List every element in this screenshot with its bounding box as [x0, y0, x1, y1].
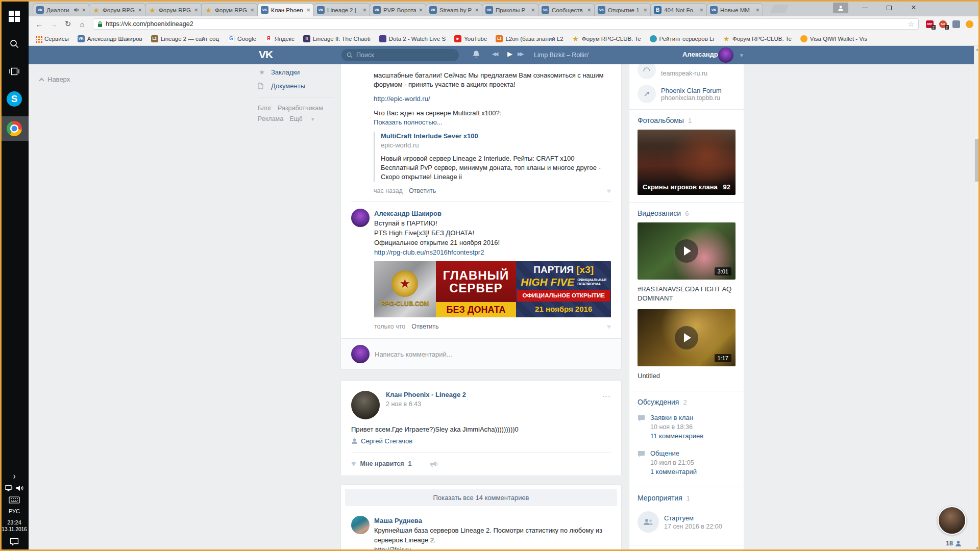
network-icon[interactable] — [5, 485, 13, 492]
window-maximize-button[interactable] — [878, 0, 900, 15]
show-all-comments-button[interactable]: Показать все 14 комментариев — [345, 489, 617, 506]
header-user-name[interactable]: Александр — [682, 51, 718, 58]
discussion-topic[interactable]: Заявки в клан 10 ноя в 18:36 11 коммента… — [638, 411, 736, 447]
tab-close-icon[interactable]: × — [587, 7, 591, 13]
browser-tab[interactable]: Форум RPG × — [145, 3, 202, 16]
bookmark-item[interactable]: Lineage II: The Chaoti — [303, 35, 371, 42]
extension-button[interactable] — [949, 18, 963, 30]
contacts-module-header[interactable]: Контакты2 — [638, 545, 736, 551]
vk-logo[interactable]: VK — [259, 48, 273, 61]
forward-button[interactable]: → — [47, 18, 60, 30]
window-minimize-button[interactable] — [853, 0, 876, 15]
extension-button[interactable] — [963, 18, 976, 30]
events-module-header[interactable]: Мероприятия1 — [638, 487, 736, 507]
taskbar-search-button[interactable] — [0, 34, 29, 54]
post-author[interactable]: Клан Phoenix - Lineage 2 — [386, 388, 466, 398]
player-play-button[interactable]: ▶ — [507, 50, 512, 58]
footer-link-blog[interactable]: Блог — [258, 105, 272, 112]
topic-comments-count[interactable]: 11 комментариев — [650, 432, 703, 441]
nav-item-bookmarks[interactable]: ★ Закладки — [258, 65, 339, 79]
tab-close-icon[interactable]: × — [250, 7, 254, 13]
bookmark-item[interactable]: L2on (база знаний L2 — [496, 35, 563, 42]
tab-close-icon[interactable]: × — [475, 7, 479, 13]
reply-link[interactable]: Ответить — [411, 322, 438, 332]
footer-link-developers[interactable]: Разработчикам — [278, 105, 323, 112]
browser-tab[interactable]: Приколы Р × — [482, 3, 538, 16]
group-avatar[interactable] — [351, 391, 380, 419]
post-date[interactable]: 2 ноя в 6:43 — [386, 400, 466, 408]
like-heart-icon[interactable]: ♥ — [607, 186, 611, 195]
post-menu-button[interactable]: ... — [602, 391, 611, 419]
comment-author[interactable]: Александр Шакиров — [374, 210, 442, 217]
bookmark-item[interactable]: Рейтинг серверов Li — [650, 35, 714, 42]
home-button[interactable]: ⌂ — [76, 18, 89, 30]
topic-title[interactable]: Заявки в клан — [650, 413, 703, 422]
bookmark-item[interactable]: Visa QIWI Wallet - Vis — [800, 35, 867, 42]
expand-post-link[interactable]: Показать полностью... — [374, 118, 443, 126]
sidebar-link-teamspeak[interactable]: teamspeak-ru.ru — [638, 64, 736, 81]
browser-profile-button[interactable] — [833, 3, 848, 13]
tab-close-icon[interactable]: × — [755, 7, 760, 13]
bookmark-star-icon[interactable]: ☆ — [908, 20, 914, 28]
topics-module-header[interactable]: Обсуждения2 — [638, 391, 736, 411]
avatar[interactable] — [351, 516, 370, 534]
photo-album-thumbnail[interactable]: Скрины игроков клана 92 — [638, 130, 736, 195]
post-signer-link[interactable]: Сергей Стегачов — [361, 437, 412, 445]
bookmark-item[interactable]: Lineage 2 — сайт соц — [151, 35, 219, 42]
action-center-icon[interactable] — [10, 538, 19, 546]
browser-tab[interactable]: PVP-Ворота × — [370, 3, 426, 16]
browser-tab[interactable]: Stream by P × — [426, 3, 482, 16]
video-thumbnail[interactable]: 1:17 — [638, 309, 736, 366]
scroll-up-arrow[interactable]: ▲ — [974, 46, 980, 52]
videos-module-header[interactable]: Видеозаписи6 — [638, 203, 736, 222]
bookmark-item[interactable]: Dota 2 - Watch Live S — [379, 35, 446, 42]
comment-input[interactable]: Написать комментарий... — [341, 338, 621, 369]
event-title[interactable]: Стартуем — [664, 514, 722, 522]
event-item[interactable]: Стартуем 17 сен 2016 в 22:00 — [638, 507, 736, 541]
video-title[interactable]: Untitled — [638, 370, 736, 387]
footer-link-more[interactable]: Ещё ▼ — [289, 115, 321, 122]
language-indicator[interactable]: РУС — [9, 508, 20, 514]
browser-tab[interactable]: Форум RPG × — [89, 3, 145, 16]
bookmark-item[interactable]: Александр Шакиров — [78, 35, 142, 42]
tab-close-icon[interactable]: × — [194, 7, 198, 13]
window-close-button[interactable]: × — [902, 0, 925, 15]
footer-link-ads[interactable]: Реклама — [258, 115, 283, 122]
tab-close-icon[interactable]: × — [138, 7, 142, 13]
new-tab-button[interactable] — [770, 5, 789, 13]
address-bar[interactable]: https://vk.com/phoenixlineage2 ☆ — [93, 18, 919, 30]
floating-chat-avatar[interactable] — [938, 506, 966, 535]
start-button[interactable] — [0, 6, 29, 27]
bookmark-item[interactable]: Форум RPG-CLUB. Te — [572, 35, 641, 42]
touch-keyboard-icon[interactable] — [9, 496, 20, 504]
rpg-club-banner-image[interactable]: ★ RPG-CLUB.COM ГЛАВНЫЙСЕРВЕР БЕЗ ДОНАТА … — [374, 261, 611, 317]
back-to-top-link[interactable]: Наверх — [40, 76, 70, 83]
sidebar-link-forum[interactable]: ↗ Phoenix Clan Forum phoenixclan.topbb.r… — [638, 81, 736, 105]
extension-button[interactable]: 2 — [923, 18, 936, 30]
tab-close-icon[interactable]: × — [531, 7, 535, 13]
header-user-avatar[interactable] — [718, 47, 733, 63]
photos-module-header[interactable]: Фотоальбомы1 — [638, 110, 736, 130]
volume-icon[interactable] — [16, 485, 24, 492]
reply-link[interactable]: Ответить — [409, 186, 436, 195]
back-button[interactable]: ← — [33, 18, 46, 30]
like-heart-icon[interactable]: ♥ — [607, 322, 611, 332]
tab-close-icon[interactable]: × — [419, 7, 423, 13]
video-thumbnail[interactable]: 3:01 — [638, 222, 736, 280]
tab-close-icon[interactable]: × — [699, 7, 703, 13]
now-playing-track[interactable]: Limp Bizkit – Rollin' — [534, 52, 589, 59]
share-megaphone-icon[interactable] — [429, 460, 438, 468]
comment-author[interactable]: Маша Руднева — [374, 517, 422, 524]
bookmark-item[interactable]: Google — [228, 35, 256, 42]
tray-expand-chevron[interactable]: › — [13, 471, 16, 482]
video-title[interactable]: #RASTANAVSEGDA FIGHT AQ DOMINANT — [638, 284, 736, 309]
bookmark-item[interactable]: Яндекс — [265, 35, 295, 42]
player-previous-button[interactable]: ◀◀ — [492, 51, 497, 57]
discussion-topic[interactable]: Общение 10 июл в 21:05 1 комментарий — [638, 447, 736, 483]
nav-item-documents[interactable]: Документы — [258, 79, 339, 93]
browser-tab[interactable]: Диалоги × — [33, 3, 89, 16]
tab-close-icon[interactable]: × — [643, 7, 647, 13]
task-view-button[interactable] — [0, 61, 29, 82]
bookmark-item[interactable]: YouTube — [454, 35, 487, 42]
browser-tab[interactable]: Клан Phoen × — [257, 3, 314, 16]
